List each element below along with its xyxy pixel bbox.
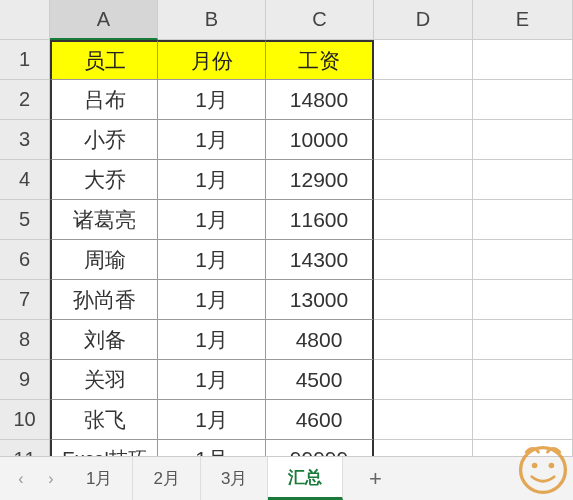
col-header-e[interactable]: E [473, 0, 573, 40]
cell-a9[interactable]: 关羽 [50, 360, 158, 400]
cell-a4[interactable]: 大乔 [50, 160, 158, 200]
cell-a1[interactable]: 员工 [50, 40, 158, 80]
select-all-corner[interactable] [0, 0, 50, 40]
row-header-5[interactable]: 5 [0, 200, 50, 240]
row-header-7[interactable]: 7 [0, 280, 50, 320]
sheet-tab-3[interactable]: 3月 [201, 457, 268, 500]
row-header-8[interactable]: 8 [0, 320, 50, 360]
row-header-1[interactable]: 1 [0, 40, 50, 80]
cell-a5[interactable]: 诸葛亮 [50, 200, 158, 240]
cell-b5[interactable]: 1月 [158, 200, 266, 240]
row-header-2[interactable]: 2 [0, 80, 50, 120]
cell-d9[interactable] [374, 360, 473, 400]
prev-sheet-button[interactable]: ‹ [6, 464, 36, 494]
col-header-b[interactable]: B [158, 0, 266, 40]
cell-d7[interactable] [374, 280, 473, 320]
sheet-tab-summary[interactable]: 汇总 [268, 457, 343, 500]
col-header-c[interactable]: C [266, 0, 374, 40]
cell-e9[interactable] [473, 360, 573, 400]
sheet-tabs-bar: ‹ › 1月 2月 3月 汇总 + [0, 456, 573, 500]
row-header-6[interactable]: 6 [0, 240, 50, 280]
cell-e1[interactable] [473, 40, 573, 80]
cell-a3[interactable]: 小乔 [50, 120, 158, 160]
cell-e2[interactable] [473, 80, 573, 120]
cell-d6[interactable] [374, 240, 473, 280]
cell-b10[interactable]: 1月 [158, 400, 266, 440]
cell-e8[interactable] [473, 320, 573, 360]
cell-a10[interactable]: 张飞 [50, 400, 158, 440]
add-sheet-button[interactable]: + [355, 466, 395, 492]
sheet-tab-2[interactable]: 2月 [133, 457, 200, 500]
svg-point-0 [521, 448, 566, 493]
cell-c1[interactable]: 工资 [266, 40, 374, 80]
cell-b7[interactable]: 1月 [158, 280, 266, 320]
cell-d8[interactable] [374, 320, 473, 360]
cell-e5[interactable] [473, 200, 573, 240]
cell-d2[interactable] [374, 80, 473, 120]
cell-e6[interactable] [473, 240, 573, 280]
watermark-logo-icon [515, 442, 571, 498]
cell-c2[interactable]: 14800 [266, 80, 374, 120]
cell-a6[interactable]: 周瑜 [50, 240, 158, 280]
svg-point-1 [532, 463, 538, 469]
cell-b1[interactable]: 月份 [158, 40, 266, 80]
cell-d4[interactable] [374, 160, 473, 200]
spreadsheet-grid: A B C D E 1 员工 月份 工资 2 吕布 1月 14800 3 小乔 … [0, 0, 573, 480]
col-header-a[interactable]: A [50, 0, 158, 40]
cell-c6[interactable]: 14300 [266, 240, 374, 280]
cell-c5[interactable]: 11600 [266, 200, 374, 240]
cell-e4[interactable] [473, 160, 573, 200]
cell-d1[interactable] [374, 40, 473, 80]
cell-e7[interactable] [473, 280, 573, 320]
cell-a7[interactable]: 孙尚香 [50, 280, 158, 320]
cell-c10[interactable]: 4600 [266, 400, 374, 440]
row-header-4[interactable]: 4 [0, 160, 50, 200]
cell-c4[interactable]: 12900 [266, 160, 374, 200]
cell-b2[interactable]: 1月 [158, 80, 266, 120]
next-sheet-button[interactable]: › [36, 464, 66, 494]
row-header-9[interactable]: 9 [0, 360, 50, 400]
cell-e3[interactable] [473, 120, 573, 160]
cell-d5[interactable] [374, 200, 473, 240]
sheet-tab-1[interactable]: 1月 [66, 457, 133, 500]
svg-point-2 [549, 463, 555, 469]
cell-c7[interactable]: 13000 [266, 280, 374, 320]
cell-c9[interactable]: 4500 [266, 360, 374, 400]
row-header-10[interactable]: 10 [0, 400, 50, 440]
cell-b6[interactable]: 1月 [158, 240, 266, 280]
cell-c8[interactable]: 4800 [266, 320, 374, 360]
cell-b3[interactable]: 1月 [158, 120, 266, 160]
cell-c3[interactable]: 10000 [266, 120, 374, 160]
col-header-d[interactable]: D [374, 0, 473, 40]
cell-b8[interactable]: 1月 [158, 320, 266, 360]
cell-a8[interactable]: 刘备 [50, 320, 158, 360]
cell-b4[interactable]: 1月 [158, 160, 266, 200]
cell-a2[interactable]: 吕布 [50, 80, 158, 120]
row-header-3[interactable]: 3 [0, 120, 50, 160]
cell-d3[interactable] [374, 120, 473, 160]
cell-d10[interactable] [374, 400, 473, 440]
cell-b9[interactable]: 1月 [158, 360, 266, 400]
cell-e10[interactable] [473, 400, 573, 440]
